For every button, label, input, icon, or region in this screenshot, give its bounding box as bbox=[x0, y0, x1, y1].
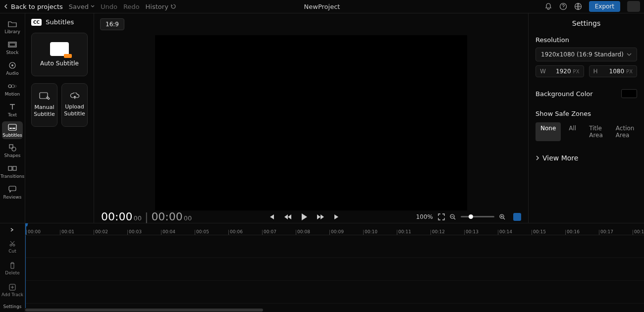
rail-text[interactable]: Text bbox=[0, 100, 25, 120]
safe-action[interactable]: Action Area bbox=[611, 122, 640, 141]
audio-icon bbox=[8, 61, 17, 70]
help-icon[interactable] bbox=[559, 2, 567, 10]
rail-subtitles[interactable]: Subtitles bbox=[2, 121, 23, 139]
safe-zones-label: Show Safe Zones bbox=[536, 110, 637, 117]
timeline-tracks[interactable] bbox=[25, 235, 644, 308]
subtitles-icon bbox=[8, 123, 17, 132]
trash-icon bbox=[9, 262, 15, 269]
play-button[interactable] bbox=[301, 213, 308, 221]
ruler-mark: 00:05 bbox=[195, 230, 228, 235]
ruler-mark: 00:00 bbox=[26, 230, 60, 235]
svg-point-7 bbox=[11, 85, 14, 88]
chevron-down-icon bbox=[627, 53, 632, 56]
project-title[interactable]: NewProject bbox=[304, 3, 340, 10]
safe-all[interactable]: All bbox=[564, 122, 581, 141]
skip-end-button[interactable] bbox=[333, 213, 340, 220]
track-row[interactable] bbox=[25, 281, 644, 304]
manual-subtitle-icon bbox=[39, 92, 50, 101]
ruler-mark: 00:10 bbox=[363, 230, 397, 235]
ruler-mark: 00:18 bbox=[633, 230, 644, 235]
rail-reviews[interactable]: Reviews bbox=[0, 182, 25, 203]
back-to-projects-button[interactable]: Back to projects bbox=[4, 3, 63, 10]
rail-library[interactable]: Library bbox=[0, 16, 25, 37]
zoom-out-icon[interactable] bbox=[450, 214, 456, 220]
text-icon bbox=[8, 103, 17, 111]
timeline-settings[interactable]: Settings bbox=[0, 301, 25, 312]
back-label: Back to projects bbox=[11, 3, 63, 10]
ruler-mark: 00:13 bbox=[464, 230, 498, 235]
zoom-percent: 100% bbox=[416, 213, 433, 220]
auto-subtitle-button[interactable]: Auto Subtitle bbox=[31, 33, 88, 76]
rewind-button[interactable] bbox=[284, 214, 292, 220]
fit-button[interactable] bbox=[513, 213, 521, 221]
svg-rect-3 bbox=[9, 43, 15, 46]
aspect-ratio-button[interactable]: 16:9 bbox=[100, 18, 124, 30]
rail-transitions[interactable]: Transitions bbox=[0, 161, 25, 182]
svg-rect-15 bbox=[13, 166, 16, 170]
rail-shapes[interactable]: Shapes bbox=[0, 140, 25, 161]
resolution-select[interactable]: 1920x1080 (16:9 Standard) bbox=[536, 48, 637, 61]
ruler-mark: 00:02 bbox=[94, 230, 127, 235]
ruler-mark: 00:15 bbox=[532, 230, 565, 235]
timeline-collapse-button[interactable] bbox=[0, 223, 25, 236]
plus-icon bbox=[9, 284, 16, 291]
skip-start-button[interactable] bbox=[268, 213, 275, 220]
resolution-label: Resolution bbox=[536, 36, 637, 44]
ruler-mark: 00:07 bbox=[262, 230, 296, 235]
preview-area: 16:9 00:0000 | 00:0000 100% bbox=[94, 13, 528, 223]
ruler-mark: 00:11 bbox=[397, 230, 430, 235]
timeline: Cut Delete Add Track Settings 00:0000:01… bbox=[0, 223, 644, 312]
height-input[interactable]: H 1080 PX bbox=[589, 65, 638, 77]
auto-subtitle-icon bbox=[50, 42, 69, 56]
rail-stock[interactable]: Stock bbox=[0, 37, 25, 58]
zoom-slider[interactable] bbox=[461, 216, 494, 217]
zoom-in-icon[interactable] bbox=[499, 214, 505, 220]
safe-title[interactable]: Title Area bbox=[584, 122, 608, 141]
track-row[interactable] bbox=[25, 235, 644, 258]
safe-none[interactable]: None bbox=[536, 122, 561, 141]
history-button[interactable]: History bbox=[146, 3, 176, 10]
timeline-scrollbar[interactable] bbox=[25, 308, 644, 312]
stock-icon bbox=[8, 40, 17, 49]
svg-rect-14 bbox=[8, 166, 12, 170]
fullscreen-icon[interactable] bbox=[438, 213, 445, 220]
export-button[interactable]: Export bbox=[589, 1, 620, 12]
svg-rect-16 bbox=[9, 186, 16, 191]
ruler-mark: 00:14 bbox=[498, 230, 532, 235]
manual-subtitle-button[interactable]: Manual Subtitle bbox=[31, 83, 57, 127]
bg-color-label: Background Color bbox=[536, 90, 593, 98]
transitions-icon bbox=[8, 164, 17, 173]
chevron-down-icon[interactable] bbox=[91, 5, 95, 8]
redo-button[interactable]: Redo bbox=[123, 3, 140, 10]
timeline-ruler[interactable]: 00:0000:0100:0200:0300:0400:0500:0600:07… bbox=[25, 223, 644, 235]
avatar[interactable] bbox=[627, 1, 640, 12]
cut-tool[interactable]: Cut bbox=[0, 236, 25, 258]
cc-icon: CC bbox=[31, 19, 42, 26]
track-row[interactable] bbox=[25, 258, 644, 281]
bg-color-swatch[interactable] bbox=[621, 89, 637, 98]
reviews-icon bbox=[8, 185, 17, 194]
upload-subtitle-button[interactable]: Upload Subtitle bbox=[61, 83, 88, 127]
panel-header: CC Subtitles bbox=[31, 18, 88, 26]
rail-motion[interactable]: Motion bbox=[0, 79, 25, 100]
svg-rect-10 bbox=[9, 128, 12, 129]
globe-icon[interactable] bbox=[574, 2, 582, 10]
shapes-icon bbox=[8, 143, 17, 152]
view-more-button[interactable]: View More bbox=[536, 154, 637, 162]
history-icon bbox=[170, 3, 176, 9]
ruler-mark: 00:12 bbox=[430, 230, 464, 235]
svg-point-8 bbox=[14, 85, 16, 87]
bell-icon[interactable] bbox=[544, 2, 552, 10]
ruler-mark: 00:08 bbox=[296, 230, 329, 235]
svg-point-5 bbox=[11, 64, 13, 66]
video-canvas[interactable] bbox=[155, 35, 467, 210]
delete-tool[interactable]: Delete bbox=[0, 258, 25, 280]
forward-button[interactable] bbox=[317, 214, 324, 220]
undo-button[interactable]: Undo bbox=[101, 3, 117, 10]
motion-icon bbox=[8, 82, 17, 91]
rail-audio[interactable]: Audio bbox=[0, 58, 25, 79]
folder-icon bbox=[8, 19, 17, 28]
left-rail: Library Stock Audio Motion Text Subtitle… bbox=[0, 13, 25, 223]
add-track-tool[interactable]: Add Track bbox=[0, 279, 25, 301]
width-input[interactable]: W 1920 PX bbox=[536, 65, 584, 77]
